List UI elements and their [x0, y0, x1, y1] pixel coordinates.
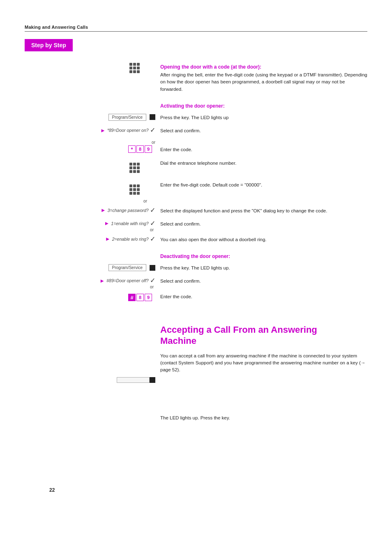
deactivating-title-right: Deactivating the door opener:: [160, 249, 367, 261]
activating-step2-right: Select and confirm.: [160, 127, 367, 137]
step3-action: Dial the entrance telephone number.: [160, 160, 367, 167]
deactivating-door-title: Deactivating the door opener:: [160, 253, 367, 259]
key-star: *: [128, 145, 136, 153]
enable-ring-action: Select and confirm.: [160, 221, 367, 228]
enable-no-ring-label: 2=enable w/o ring?: [112, 237, 149, 242]
key-8: 8: [136, 145, 144, 153]
or-text-2: or: [143, 199, 147, 203]
enable-no-ring-right: You can also open the door without a doo…: [160, 236, 367, 246]
arrow-icon-2: ►: [101, 207, 106, 213]
or-text-1: or: [152, 140, 155, 145]
key-box-star89: * 8 9: [128, 145, 152, 153]
arrow-icon-1: ►: [100, 127, 106, 134]
enable-ring-step: ► 1=enable with ring? ✓ or Select and co…: [25, 220, 367, 233]
deact-step2-left: ► #89=Door opener off? ✓ or: [25, 277, 160, 290]
deactivating-step-2: ► #89=Door opener off? ✓ or Select and c…: [25, 277, 367, 290]
step4-action: Enter the five-digit code. Default code …: [160, 182, 367, 189]
activating-step3-left: [25, 159, 160, 178]
activating-step5-left: ► 3=change password? ✓: [25, 207, 160, 217]
deact-step3-action: Enter the code.: [160, 293, 367, 300]
checkmark-1: ✓: [150, 127, 155, 134]
activating-step3-right: Dial the entrance telephone number.: [160, 159, 367, 178]
keypad-icon-3: [129, 184, 140, 195]
checkmark-3: ✓: [150, 220, 155, 227]
step1-action: Press the key. The LED lights up: [160, 114, 367, 121]
activating-step2b-right: Enter the code.: [160, 140, 367, 156]
key-box-hash89: # 8 9: [128, 294, 152, 301]
step2-action: Select and confirm.: [160, 127, 367, 134]
deact-step1-left: Program/Service: [25, 264, 160, 274]
deact-step2-right: Select and confirm.: [160, 277, 367, 290]
step2-label: *89=Door opener on?: [107, 128, 149, 133]
activating-title-group: Activating the door opener:: [25, 99, 367, 111]
keypad-icon-2: [129, 163, 140, 173]
deact-step1-action: Press the key. The LED lights up.: [160, 265, 367, 272]
black-square-1: [150, 114, 155, 120]
enable-ring-right: Select and confirm.: [160, 220, 367, 233]
opening-door-group: Opening the door with a code (at the doo…: [25, 60, 367, 95]
opening-door-left: [25, 60, 160, 95]
section-title-text: Making and Answering Calls: [25, 25, 88, 30]
checkmark-2: ✓: [150, 207, 155, 214]
activating-step1-right: Press the key. The LED lights up: [160, 114, 367, 124]
deact-step3-right: Enter the code.: [160, 293, 367, 303]
enable-no-ring-action: You can also open the door without a doo…: [160, 236, 367, 243]
keypad-icon-top: [129, 63, 140, 73]
enable-ring-left: ► 1=enable with ring? ✓ or: [25, 220, 160, 233]
opening-door-body: After ringing the bell, enter the five-d…: [160, 71, 367, 93]
activating-step4-right: Enter the five-digit code. Default code …: [160, 181, 367, 204]
key-hash: #: [128, 294, 136, 301]
deactivating-step-3: # 8 9 Enter the code.: [25, 293, 367, 303]
deactivating-step-1: Program/Service Press the key. The LED l…: [25, 264, 367, 274]
or-text-3: or: [150, 228, 154, 232]
key-8b: 8: [136, 294, 144, 301]
deact-step2-action: Select and confirm.: [160, 278, 367, 285]
activating-left-blank: [25, 99, 160, 111]
activating-title-right: Activating the door opener:: [160, 99, 367, 111]
accepting-call-left: [25, 311, 160, 424]
accepting-call-title: Accepting a Call From an Answering Machi…: [160, 324, 367, 347]
arrow-icon-4: ►: [105, 236, 111, 242]
activating-door-title: Activating the door opener:: [160, 103, 367, 109]
activating-step-5: ► 3=change password? ✓ Select the displa…: [25, 207, 367, 217]
program-service-label-1: Program/Service: [108, 114, 146, 121]
step5-action: Select the displayed function and press …: [160, 207, 367, 214]
activating-step-1: Program/Service Press the key. The LED l…: [25, 114, 367, 124]
step-by-step-label: Step by Step: [25, 39, 73, 51]
checkmark-4: ✓: [150, 236, 155, 242]
key-9b: 9: [145, 294, 152, 301]
led-short-bar: [150, 377, 155, 383]
program-service-label-2: Program/Service: [108, 264, 146, 271]
led-long-bar: [117, 377, 150, 383]
section-header: Making and Answering Calls: [25, 25, 367, 32]
activating-step1-left: Program/Service: [25, 114, 160, 124]
accepting-call-right: Accepting a Call From an Answering Machi…: [160, 311, 367, 424]
enable-ring-label: 1=enable with ring?: [111, 221, 148, 226]
deact-step1-right: Press the key. The LED lights up.: [160, 264, 367, 274]
black-square-2: [150, 265, 155, 271]
step2b-action: Enter the code.: [160, 146, 367, 153]
activating-step2-left: ► *89=Door opener on? ✓: [25, 127, 160, 137]
arrow-icon-3: ►: [104, 220, 109, 226]
activating-step-2b: or * 8 9 Enter the code.: [25, 140, 367, 156]
deact-step3-left: # 8 9: [25, 293, 160, 303]
deact-step2-label: #89=Door opener off?: [106, 278, 148, 283]
activating-step-4: or Enter the five-digit code. Default co…: [25, 181, 367, 204]
activating-step2b-left: or * 8 9: [25, 140, 160, 156]
activating-step4-left: or: [25, 181, 160, 204]
activating-step-3: Dial the entrance telephone number.: [25, 159, 367, 178]
accepting-call-body: You can accept a call from any answering…: [160, 352, 367, 374]
deactivating-left-blank: [25, 249, 160, 261]
opening-door-title: Opening the door with a code (at the doo…: [160, 64, 367, 70]
enable-no-ring-left: ► 2=enable w/o ring? ✓: [25, 236, 160, 246]
accepting-call-section: Accepting a Call From an Answering Machi…: [25, 311, 367, 424]
activating-step-2: ► *89=Door opener on? ✓ Select and confi…: [25, 127, 367, 137]
step5-label: 3=change password?: [108, 208, 149, 213]
key-9: 9: [145, 145, 152, 153]
deactivating-title-group: Deactivating the door opener:: [25, 249, 367, 261]
checkmark-5: ✓: [150, 277, 155, 284]
enable-no-ring-step: ► 2=enable w/o ring? ✓ You can also open…: [25, 236, 367, 246]
opening-door-right: Opening the door with a code (at the doo…: [160, 60, 367, 95]
arrow-icon-5: ►: [99, 278, 105, 284]
activating-step5-right: Select the displayed function and press …: [160, 207, 367, 217]
